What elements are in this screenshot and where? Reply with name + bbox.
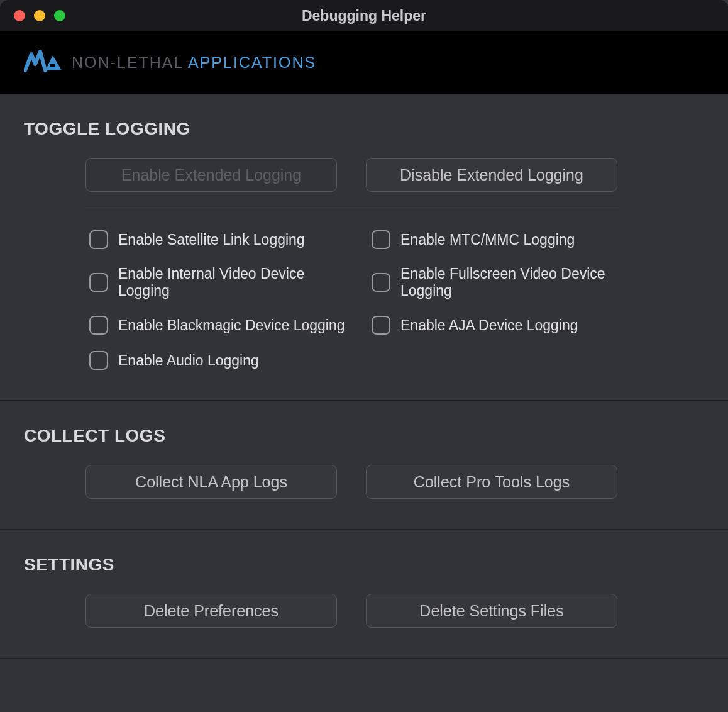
checkbox-label: Enable Audio Logging bbox=[118, 352, 259, 369]
brand-logo-icon bbox=[24, 49, 64, 77]
checkbox-icon[interactable] bbox=[89, 316, 108, 335]
checkbox-label: Enable Internal Video Device Logging bbox=[118, 265, 345, 299]
checkbox-icon[interactable] bbox=[89, 351, 108, 370]
fullscreen-window-button[interactable] bbox=[54, 10, 65, 21]
checkbox-icon[interactable] bbox=[372, 273, 390, 292]
checkbox-label: Enable AJA Device Logging bbox=[400, 317, 578, 334]
close-window-button[interactable] bbox=[14, 10, 25, 21]
divider bbox=[85, 211, 619, 211]
disable-extended-logging-button[interactable]: Disable Extended Logging bbox=[366, 158, 617, 192]
checkbox-mtc-mmc[interactable]: Enable MTC/MMC Logging bbox=[372, 230, 627, 249]
section-settings: SETTINGS Delete Preferences Delete Setti… bbox=[0, 530, 728, 659]
delete-settings-files-button[interactable]: Delete Settings Files bbox=[366, 594, 617, 628]
checkbox-label: Enable Blackmagic Device Logging bbox=[118, 317, 345, 334]
collect-pro-tools-logs-button[interactable]: Collect Pro Tools Logs bbox=[366, 465, 617, 499]
section-toggle-logging: TOGGLE LOGGING Enable Extended Logging D… bbox=[0, 94, 728, 401]
checkbox-fullscreen-video[interactable]: Enable Fullscreen Video Device Logging bbox=[372, 265, 627, 299]
brand-bar: NON-LETHAL APPLICATIONS bbox=[0, 31, 728, 94]
section-heading-toggle: TOGGLE LOGGING bbox=[24, 119, 704, 139]
checkbox-icon[interactable] bbox=[89, 273, 108, 292]
checkbox-icon[interactable] bbox=[372, 316, 390, 335]
checkbox-audio[interactable]: Enable Audio Logging bbox=[89, 351, 345, 370]
checkbox-label: Enable MTC/MMC Logging bbox=[400, 231, 575, 248]
checkbox-icon[interactable] bbox=[89, 230, 108, 249]
section-heading-settings: SETTINGS bbox=[24, 555, 704, 575]
brand-text-blue: APPLICATIONS bbox=[188, 53, 316, 71]
section-heading-collect: COLLECT LOGS bbox=[24, 426, 704, 446]
checkbox-aja[interactable]: Enable AJA Device Logging bbox=[372, 316, 627, 335]
checkbox-icon[interactable] bbox=[372, 230, 390, 249]
checkbox-label: Enable Fullscreen Video Device Logging bbox=[400, 265, 627, 299]
checkbox-internal-video[interactable]: Enable Internal Video Device Logging bbox=[89, 265, 345, 299]
window-title: Debugging Helper bbox=[0, 8, 728, 25]
checkbox-label: Enable Satellite Link Logging bbox=[118, 231, 305, 248]
checkbox-satellite-link[interactable]: Enable Satellite Link Logging bbox=[89, 230, 345, 249]
section-collect-logs: COLLECT LOGS Collect NLA App Logs Collec… bbox=[0, 401, 728, 530]
delete-preferences-button[interactable]: Delete Preferences bbox=[85, 594, 337, 628]
brand-text: NON-LETHAL APPLICATIONS bbox=[72, 53, 316, 72]
window-controls bbox=[0, 10, 65, 21]
checkbox-blackmagic[interactable]: Enable Blackmagic Device Logging bbox=[89, 316, 345, 335]
brand-text-grey: NON-LETHAL bbox=[72, 53, 188, 71]
minimize-window-button[interactable] bbox=[34, 10, 45, 21]
titlebar: Debugging Helper bbox=[0, 0, 728, 31]
enable-extended-logging-button[interactable]: Enable Extended Logging bbox=[85, 158, 337, 192]
collect-nla-logs-button[interactable]: Collect NLA App Logs bbox=[85, 465, 337, 499]
